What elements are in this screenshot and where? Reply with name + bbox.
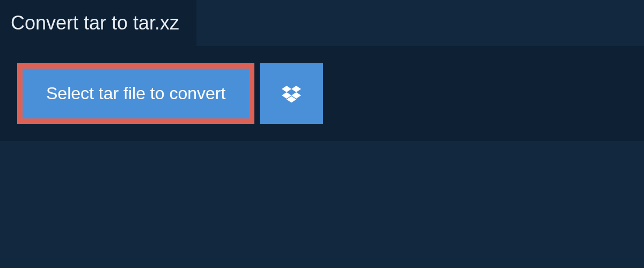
page-title: Convert tar to tar.xz <box>11 12 179 34</box>
select-file-label: Select tar file to convert <box>46 84 225 103</box>
tab-header: Convert tar to tar.xz <box>0 0 196 46</box>
button-row: Select tar file to convert <box>17 63 627 124</box>
select-file-highlight: Select tar file to convert <box>17 63 254 124</box>
select-file-button[interactable]: Select tar file to convert <box>23 69 249 118</box>
tab-content: Select tar file to convert <box>0 46 644 141</box>
dropbox-button[interactable] <box>260 63 323 124</box>
dropbox-icon <box>282 84 301 103</box>
